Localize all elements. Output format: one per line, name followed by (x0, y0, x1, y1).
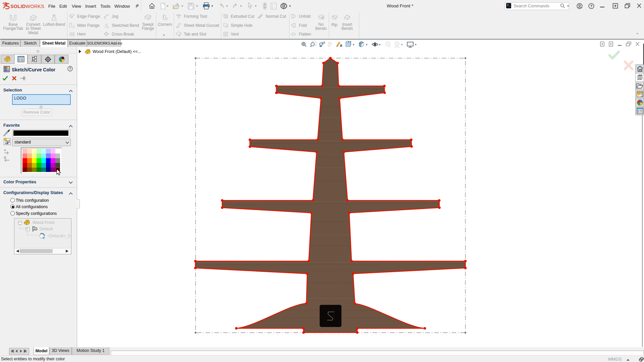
svg-text:A: A (340, 44, 342, 48)
